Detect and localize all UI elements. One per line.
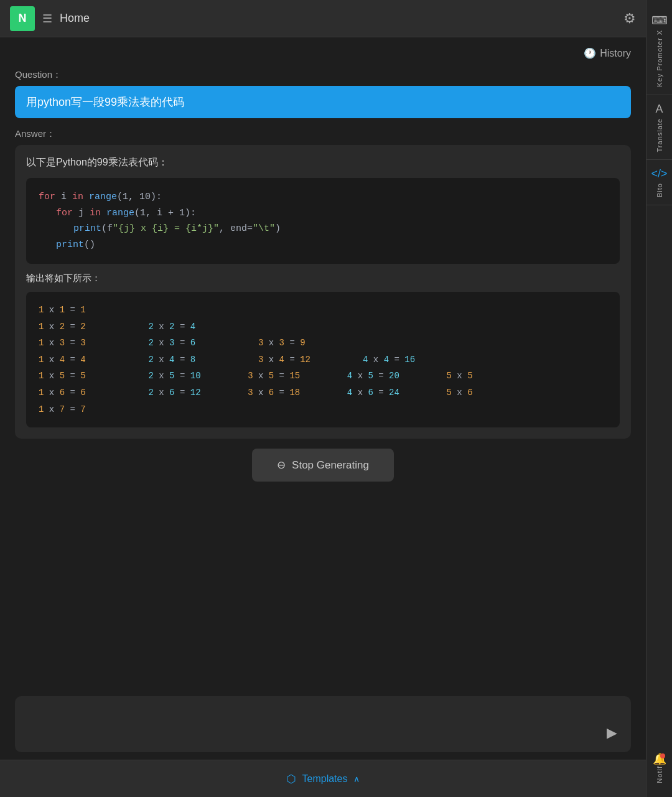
output-line-2: 1 x 2 = 2 2 x 2 = 4 (39, 319, 607, 335)
bito-icon: </> (651, 167, 667, 180)
output-line-7: 1 x 7 = 7 (39, 401, 607, 418)
notif-icon-wrap: 🔔 (653, 752, 666, 766)
sidebar-translate-label: Translate (656, 118, 663, 152)
send-icon: ▶ (607, 725, 617, 740)
history-label: History (600, 48, 631, 59)
notif-dot (660, 753, 665, 758)
sidebar-item-bito[interactable]: </> Bito (646, 160, 672, 205)
templates-caret-icon: ∧ (353, 774, 360, 784)
gear-icon[interactable]: ⚙ (623, 11, 636, 27)
main-content: N ☰ Home ⚙ 🕐 History Question： 用python写一… (0, 0, 646, 797)
code-line-3: print(f"{j} x {i} = {i*j}", end="\t") (39, 221, 607, 237)
chat-input[interactable] (25, 706, 603, 743)
templates-label: Templates (302, 773, 348, 785)
content-area[interactable]: Question： 用python写一段99乘法表的代码 Answer： 以下是… (0, 64, 646, 696)
question-label: Question： (15, 69, 631, 81)
sidebar-item-key-promoter[interactable]: ⌨ Key Promoter X (646, 6, 672, 95)
answer-label: Answer： (15, 128, 631, 140)
stop-label: Stop Generating (292, 459, 369, 472)
menu-icon[interactable]: ☰ (42, 12, 52, 26)
sidebar-bito-label: Bito (656, 183, 663, 197)
stop-generating-button[interactable]: ⊖ Stop Generating (252, 449, 394, 482)
output-block: 1 x 1 = 1 1 x 2 = 2 2 x 2 = 4 1 x 3 = 3 … (26, 292, 620, 427)
header-title: Home (60, 12, 90, 25)
sidebar-key-promoter-label: Key Promoter X (656, 30, 663, 87)
templates-icon: ⬡ (286, 772, 296, 786)
code-line-1: for i in range(1, 10): (39, 189, 607, 205)
input-area: ▶ (15, 696, 631, 752)
output-line-1: 1 x 1 = 1 (39, 302, 607, 319)
output-line-6: 1 x 6 = 6 2 x 6 = 12 3 x 6 = 18 4 x 6 = … (39, 385, 607, 401)
send-button[interactable]: ▶ (603, 722, 621, 743)
templates-bar[interactable]: ⬡ Templates ∧ (0, 760, 646, 797)
output-line-5: 1 x 5 = 5 2 x 5 = 10 3 x 5 = 15 4 x 5 = … (39, 368, 607, 385)
code-block: for i in range(1, 10): for j in range(1,… (26, 178, 620, 264)
question-bubble: 用python写一段99乘法表的代码 (15, 86, 631, 118)
header: N ☰ Home ⚙ (0, 0, 646, 37)
translate-icon: A (655, 103, 663, 116)
answer-intro: 以下是Python的99乘法表代码： (26, 156, 620, 169)
history-icon: 🕐 (584, 47, 596, 59)
output-line-4: 1 x 4 = 4 2 x 4 = 8 3 x 4 = 12 4 x 4 = 1… (39, 352, 607, 368)
avatar: N (10, 6, 35, 31)
history-bar: 🕐 History (0, 37, 646, 64)
code-line-4: print() (39, 237, 607, 253)
key-promoter-icon: ⌨ (651, 14, 668, 27)
stop-icon: ⊖ (277, 459, 286, 472)
stop-btn-wrapper: ⊖ Stop Generating (15, 449, 631, 482)
sidebar-notif-label: Notif (656, 766, 663, 783)
right-sidebar: ⌨ Key Promoter X A Translate </> Bito 🔔 … (646, 0, 672, 797)
code-line-2: for j in range(1, i + 1): (39, 205, 607, 221)
answer-box: 以下是Python的99乘法表代码： for i in range(1, 10)… (15, 145, 631, 439)
output-label: 输出将如下所示： (26, 273, 620, 284)
history-button[interactable]: 🕐 History (584, 47, 631, 59)
output-line-3: 1 x 3 = 3 2 x 3 = 6 3 x 3 = 9 (39, 335, 607, 352)
sidebar-item-translate[interactable]: A Translate (646, 95, 672, 160)
sidebar-item-notif[interactable]: 🔔 Notif (646, 745, 672, 791)
